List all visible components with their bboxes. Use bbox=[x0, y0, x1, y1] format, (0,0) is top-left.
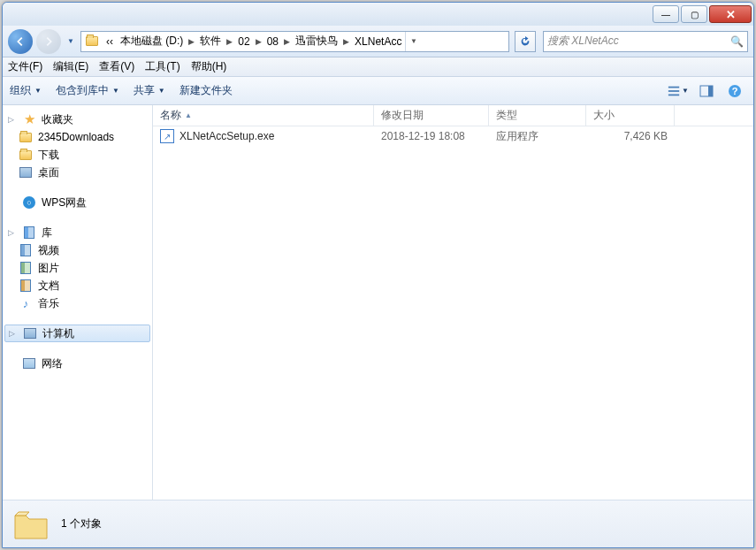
col-name[interactable]: 名称▲ bbox=[153, 105, 374, 126]
expand-icon[interactable]: ▷ bbox=[9, 329, 18, 338]
file-type: 应用程序 bbox=[489, 129, 586, 144]
exe-icon: ↗ bbox=[160, 129, 174, 143]
svg-rect-2 bbox=[668, 94, 679, 95]
folder-icon bbox=[19, 148, 33, 162]
file-list[interactable]: ↗XLNetAccSetup.exe 2018-12-19 18:08 应用程序… bbox=[153, 126, 753, 500]
sidebar-item-desktop[interactable]: 桌面 bbox=[3, 164, 152, 181]
menu-help[interactable]: 帮助(H) bbox=[191, 59, 227, 74]
file-date: 2018-12-19 18:08 bbox=[374, 130, 489, 142]
expand-icon[interactable]: ▷ bbox=[8, 115, 17, 124]
network-icon bbox=[22, 356, 36, 370]
sidebar-item-downloads[interactable]: 下载 bbox=[3, 146, 152, 164]
svg-text:?: ? bbox=[732, 86, 738, 96]
expand-icon[interactable]: ▷ bbox=[8, 228, 17, 237]
chevron-down-icon: ▼ bbox=[682, 87, 689, 95]
star-icon: ★ bbox=[22, 112, 36, 126]
sidebar-favorites[interactable]: ▷★收藏夹 bbox=[3, 111, 152, 128]
menu-tools[interactable]: 工具(T) bbox=[145, 59, 179, 74]
folder-icon bbox=[19, 130, 33, 144]
chevron-right-icon[interactable]: ▶ bbox=[187, 37, 196, 46]
sidebar-item-2345downloads[interactable]: 2345Downloads bbox=[3, 128, 152, 146]
menu-file[interactable]: 文件(F) bbox=[8, 59, 42, 74]
folder-icon bbox=[11, 505, 50, 544]
close-button[interactable]: ✕ bbox=[709, 5, 752, 23]
toolbar: 组织▼ 包含到库中▼ 共享▼ 新建文件夹 ▼ ? bbox=[3, 77, 753, 105]
menu-edit[interactable]: 编辑(E) bbox=[53, 59, 88, 74]
column-header: 名称▲ 修改日期 类型 大小 bbox=[153, 105, 753, 126]
crumb-1[interactable]: 软件 bbox=[196, 32, 225, 51]
include-button[interactable]: 包含到库中▼ bbox=[56, 83, 119, 98]
crumb-5[interactable]: XLNetAcc bbox=[351, 32, 405, 51]
explorer-window: — ▢ ✕ ▼ ‹‹ 本地磁盘 (D:)▶ 软件▶ 02▶ 08▶ 迅雷快鸟▶ … bbox=[2, 2, 754, 548]
view-mode-button[interactable]: ▼ bbox=[667, 81, 690, 101]
search-icon[interactable]: 🔍 bbox=[730, 35, 744, 48]
file-row[interactable]: ↗XLNetAccSetup.exe 2018-12-19 18:08 应用程序… bbox=[153, 126, 753, 146]
maximize-button[interactable]: ▢ bbox=[681, 5, 707, 23]
computer-icon bbox=[23, 326, 37, 340]
pictures-icon bbox=[19, 261, 33, 275]
menu-bar: 文件(F) 编辑(E) 查看(V) 工具(T) 帮助(H) bbox=[3, 57, 753, 77]
crumb-0[interactable]: 本地磁盘 (D:) bbox=[117, 32, 187, 51]
search-input[interactable]: 搜索 XLNetAcc 🔍 bbox=[543, 31, 748, 52]
video-icon bbox=[19, 243, 33, 257]
wps-icon: ○ bbox=[22, 195, 36, 210]
chevron-right-icon[interactable]: ▶ bbox=[254, 37, 263, 46]
sidebar-network[interactable]: 网络 bbox=[3, 355, 152, 372]
body: ▷★收藏夹 2345Downloads 下载 桌面 ○WPS网盘 ▷库 视频 图… bbox=[3, 105, 753, 500]
address-bar[interactable]: ‹‹ 本地磁盘 (D:)▶ 软件▶ 02▶ 08▶ 迅雷快鸟▶ XLNetAcc… bbox=[80, 31, 509, 52]
forward-button[interactable] bbox=[36, 29, 61, 54]
file-list-pane: 名称▲ 修改日期 类型 大小 ↗XLNetAccSetup.exe 2018-1… bbox=[153, 105, 753, 500]
folder-icon bbox=[85, 34, 99, 49]
chevron-right-icon[interactable]: ▶ bbox=[225, 37, 234, 46]
svg-rect-4 bbox=[708, 86, 713, 96]
minimize-button[interactable]: — bbox=[653, 5, 679, 23]
share-button[interactable]: 共享▼ bbox=[134, 83, 165, 98]
sidebar-item-music[interactable]: ♪音乐 bbox=[3, 294, 152, 312]
organize-button[interactable]: 组织▼ bbox=[10, 83, 42, 98]
back-button[interactable] bbox=[8, 29, 33, 54]
chevron-down-icon: ▼ bbox=[158, 87, 165, 95]
status-bar: 1 个对象 bbox=[3, 500, 753, 547]
address-dropdown[interactable]: ▼ bbox=[405, 32, 421, 51]
crumb-3[interactable]: 08 bbox=[263, 32, 282, 51]
chevron-down-icon: ▼ bbox=[112, 87, 119, 95]
search-placeholder: 搜索 XLNetAcc bbox=[547, 34, 619, 49]
chevron-right-icon[interactable]: ▶ bbox=[282, 37, 292, 46]
svg-rect-0 bbox=[668, 86, 679, 88]
chevron-right-icon[interactable]: ▶ bbox=[341, 37, 351, 46]
titlebar: — ▢ ✕ bbox=[3, 3, 753, 26]
library-icon bbox=[22, 225, 36, 240]
refresh-button[interactable] bbox=[515, 31, 536, 52]
documents-icon bbox=[19, 279, 33, 293]
sidebar-library[interactable]: ▷库 bbox=[3, 224, 152, 241]
col-size[interactable]: 大小 bbox=[586, 105, 675, 126]
crumb-prefix: ‹‹ bbox=[103, 32, 117, 51]
status-text: 1 个对象 bbox=[61, 516, 102, 531]
music-icon: ♪ bbox=[19, 296, 33, 310]
chevron-down-icon: ▼ bbox=[34, 87, 42, 95]
sidebar-item-documents[interactable]: 文档 bbox=[3, 277, 152, 294]
desktop-icon bbox=[19, 165, 33, 180]
sort-asc-icon: ▲ bbox=[185, 111, 192, 119]
svg-rect-1 bbox=[668, 90, 679, 92]
crumb-2[interactable]: 02 bbox=[234, 32, 253, 51]
file-name: XLNetAccSetup.exe bbox=[179, 130, 274, 142]
file-size: 7,426 KB bbox=[586, 130, 675, 142]
newfolder-button[interactable]: 新建文件夹 bbox=[179, 83, 233, 98]
help-button[interactable]: ? bbox=[723, 81, 746, 101]
preview-pane-button[interactable] bbox=[695, 81, 718, 101]
sidebar-computer[interactable]: ▷计算机 bbox=[4, 325, 150, 342]
sidebar-wps[interactable]: ○WPS网盘 bbox=[3, 194, 152, 211]
sidebar-item-video[interactable]: 视频 bbox=[3, 241, 152, 259]
col-date[interactable]: 修改日期 bbox=[374, 105, 489, 126]
col-type[interactable]: 类型 bbox=[489, 105, 586, 126]
nav-pane: ▷★收藏夹 2345Downloads 下载 桌面 ○WPS网盘 ▷库 视频 图… bbox=[3, 105, 153, 500]
crumb-4[interactable]: 迅雷快鸟 bbox=[292, 32, 341, 51]
menu-view[interactable]: 查看(V) bbox=[99, 59, 134, 74]
history-dropdown[interactable]: ▼ bbox=[65, 33, 77, 50]
sidebar-item-pictures[interactable]: 图片 bbox=[3, 259, 152, 277]
nav-bar: ▼ ‹‹ 本地磁盘 (D:)▶ 软件▶ 02▶ 08▶ 迅雷快鸟▶ XLNetA… bbox=[3, 26, 753, 57]
